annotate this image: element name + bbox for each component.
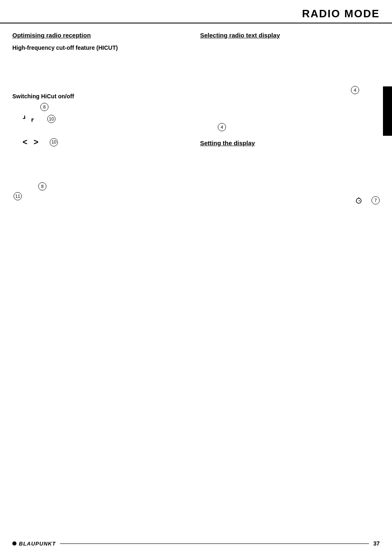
circled-7: 7	[371, 196, 380, 204]
circled-4-mid: 4	[218, 123, 226, 131]
step-8-11-row: 8 11	[12, 182, 188, 200]
clock-power-icon	[355, 196, 363, 204]
antenna-row: ʴ ʴ 10	[12, 114, 188, 124]
left-column: Optimising radio reception High-frequenc…	[12, 32, 196, 207]
arrow-row: < > 10	[12, 137, 188, 147]
arrow-right-symbol: >	[34, 137, 39, 147]
circled-11: 11	[14, 192, 22, 200]
subsection1-heading: High-frequency cut-off feature (HICUT)	[12, 44, 188, 51]
step-8-row: 8	[12, 103, 188, 111]
right-tab	[383, 86, 392, 136]
section3-heading: Setting the display	[200, 139, 380, 146]
antenna-down-symbol: ʴ	[23, 114, 25, 124]
subsection2-heading: Switching HiCut on/off	[12, 93, 188, 100]
section1-heading: Optimising radio reception	[12, 32, 188, 39]
arrow-left-symbol: <	[23, 137, 28, 147]
circled-8-bottom: 8	[38, 182, 46, 190]
page-footer: BLAUPUNKT 37	[0, 540, 392, 547]
blaupunkt-logo: BLAUPUNKT	[12, 541, 56, 547]
page-title: RADIO MODE	[302, 7, 380, 20]
circled-4-top: 4	[351, 86, 359, 94]
logo-dot	[12, 541, 16, 546]
page-header: RADIO MODE	[0, 0, 392, 23]
clock-icon-row: 7	[200, 196, 380, 204]
page-container: RADIO MODE Optimising radio reception Hi…	[0, 0, 392, 555]
logo-text: BLAUPUNKT	[19, 541, 56, 547]
right-column: Selecting radio text display 4 4 Setting…	[196, 32, 380, 207]
circled-10-antennas: 10	[47, 115, 55, 123]
circled-8: 8	[40, 103, 48, 111]
main-content: Optimising radio reception High-frequenc…	[0, 23, 392, 207]
circled-10-arrows: 10	[50, 138, 58, 146]
circled-4-top-row: 4	[200, 86, 380, 94]
section2-heading: Selecting radio text display	[200, 32, 380, 39]
circled-4-mid-row: 4	[200, 123, 380, 131]
page-number: 37	[373, 540, 380, 547]
footer-line	[60, 543, 369, 544]
antenna-up-symbol: ʴ	[31, 114, 34, 124]
